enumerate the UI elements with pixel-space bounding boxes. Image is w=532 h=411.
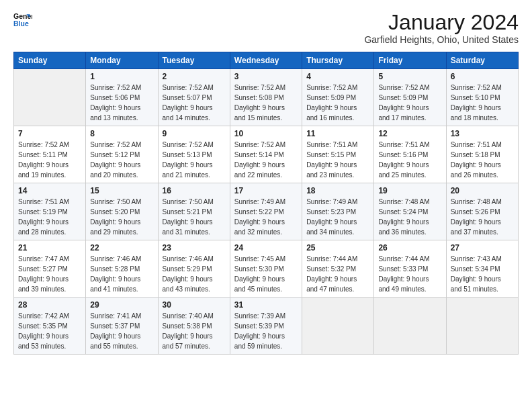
day-number: 25 bbox=[306, 243, 369, 253]
calendar-week-row: 21Sunrise: 7:47 AM Sunset: 5:27 PM Dayli… bbox=[14, 240, 519, 298]
day-info: Sunrise: 7:41 AM Sunset: 5:37 PM Dayligh… bbox=[90, 311, 153, 351]
day-number: 17 bbox=[234, 186, 298, 195]
header-friday: Friday bbox=[374, 52, 446, 69]
day-number: 20 bbox=[451, 186, 514, 195]
logo-icon: General Blue bbox=[13, 11, 32, 30]
table-row: 18Sunrise: 7:49 AM Sunset: 5:23 PM Dayli… bbox=[302, 183, 374, 240]
day-info: Sunrise: 7:46 AM Sunset: 5:28 PM Dayligh… bbox=[90, 254, 153, 294]
table-row bbox=[446, 298, 518, 355]
day-info: Sunrise: 7:52 AM Sunset: 5:08 PM Dayligh… bbox=[234, 83, 298, 123]
day-number: 1 bbox=[90, 72, 153, 81]
table-row: 7Sunrise: 7:52 AM Sunset: 5:11 PM Daylig… bbox=[14, 126, 86, 183]
day-info: Sunrise: 7:52 AM Sunset: 5:09 PM Dayligh… bbox=[378, 83, 441, 123]
day-info: Sunrise: 7:44 AM Sunset: 5:33 PM Dayligh… bbox=[378, 254, 441, 294]
table-row: 30Sunrise: 7:40 AM Sunset: 5:38 PM Dayli… bbox=[158, 298, 230, 355]
day-number: 2 bbox=[163, 72, 226, 81]
day-info: Sunrise: 7:52 AM Sunset: 5:07 PM Dayligh… bbox=[163, 83, 226, 123]
day-number: 22 bbox=[90, 243, 153, 253]
day-info: Sunrise: 7:43 AM Sunset: 5:34 PM Dayligh… bbox=[451, 254, 514, 294]
location-subtitle: Garfield Heights, Ohio, United States bbox=[364, 34, 519, 45]
table-row: 1Sunrise: 7:52 AM Sunset: 5:06 PM Daylig… bbox=[86, 69, 158, 126]
table-row: 5Sunrise: 7:52 AM Sunset: 5:09 PM Daylig… bbox=[374, 69, 446, 126]
header-thursday: Thursday bbox=[302, 52, 374, 69]
day-info: Sunrise: 7:50 AM Sunset: 5:21 PM Dayligh… bbox=[163, 197, 226, 237]
day-info: Sunrise: 7:42 AM Sunset: 5:35 PM Dayligh… bbox=[18, 311, 81, 351]
calendar-week-row: 7Sunrise: 7:52 AM Sunset: 5:11 PM Daylig… bbox=[14, 126, 519, 183]
header-monday: Monday bbox=[86, 52, 158, 69]
day-info: Sunrise: 7:48 AM Sunset: 5:26 PM Dayligh… bbox=[451, 197, 514, 237]
day-number: 8 bbox=[90, 129, 153, 138]
table-row: 11Sunrise: 7:51 AM Sunset: 5:15 PM Dayli… bbox=[302, 126, 374, 183]
table-row: 31Sunrise: 7:39 AM Sunset: 5:39 PM Dayli… bbox=[230, 298, 302, 355]
header-saturday: Saturday bbox=[446, 52, 518, 69]
header-wednesday: Wednesday bbox=[230, 52, 302, 69]
day-number: 10 bbox=[234, 129, 298, 138]
day-number: 4 bbox=[306, 72, 369, 81]
day-info: Sunrise: 7:39 AM Sunset: 5:39 PM Dayligh… bbox=[234, 311, 298, 351]
day-number: 24 bbox=[234, 243, 298, 253]
table-row bbox=[14, 69, 86, 126]
table-row: 21Sunrise: 7:47 AM Sunset: 5:27 PM Dayli… bbox=[14, 240, 86, 298]
day-number: 31 bbox=[234, 300, 298, 310]
day-info: Sunrise: 7:51 AM Sunset: 5:15 PM Dayligh… bbox=[306, 140, 369, 180]
calendar-table: Sunday Monday Tuesday Wednesday Thursday… bbox=[13, 52, 519, 355]
day-info: Sunrise: 7:51 AM Sunset: 5:19 PM Dayligh… bbox=[18, 197, 81, 237]
day-number: 5 bbox=[378, 72, 441, 81]
day-number: 13 bbox=[451, 129, 514, 138]
table-row: 13Sunrise: 7:51 AM Sunset: 5:18 PM Dayli… bbox=[446, 126, 518, 183]
table-row: 28Sunrise: 7:42 AM Sunset: 5:35 PM Dayli… bbox=[14, 298, 86, 355]
day-info: Sunrise: 7:51 AM Sunset: 5:16 PM Dayligh… bbox=[378, 140, 441, 180]
table-row: 27Sunrise: 7:43 AM Sunset: 5:34 PM Dayli… bbox=[446, 240, 518, 298]
table-row: 8Sunrise: 7:52 AM Sunset: 5:12 PM Daylig… bbox=[86, 126, 158, 183]
title-block: January 2024 Garfield Heights, Ohio, Uni… bbox=[364, 11, 519, 45]
table-row: 19Sunrise: 7:48 AM Sunset: 5:24 PM Dayli… bbox=[374, 183, 446, 240]
day-number: 9 bbox=[163, 129, 226, 138]
day-info: Sunrise: 7:46 AM Sunset: 5:29 PM Dayligh… bbox=[163, 254, 226, 294]
table-row: 29Sunrise: 7:41 AM Sunset: 5:37 PM Dayli… bbox=[86, 298, 158, 355]
day-number: 26 bbox=[378, 243, 441, 253]
table-row: 2Sunrise: 7:52 AM Sunset: 5:07 PM Daylig… bbox=[158, 69, 230, 126]
day-info: Sunrise: 7:52 AM Sunset: 5:06 PM Dayligh… bbox=[90, 83, 153, 123]
table-row: 24Sunrise: 7:45 AM Sunset: 5:30 PM Dayli… bbox=[230, 240, 302, 298]
day-number: 16 bbox=[163, 186, 226, 195]
svg-text:Blue: Blue bbox=[13, 19, 29, 28]
table-row: 16Sunrise: 7:50 AM Sunset: 5:21 PM Dayli… bbox=[158, 183, 230, 240]
day-info: Sunrise: 7:52 AM Sunset: 5:13 PM Dayligh… bbox=[163, 140, 226, 180]
table-row: 14Sunrise: 7:51 AM Sunset: 5:19 PM Dayli… bbox=[14, 183, 86, 240]
day-info: Sunrise: 7:50 AM Sunset: 5:20 PM Dayligh… bbox=[90, 197, 153, 237]
day-info: Sunrise: 7:52 AM Sunset: 5:09 PM Dayligh… bbox=[306, 83, 369, 123]
table-row: 10Sunrise: 7:52 AM Sunset: 5:14 PM Dayli… bbox=[230, 126, 302, 183]
day-number: 6 bbox=[451, 72, 514, 81]
table-row bbox=[374, 298, 446, 355]
table-row: 23Sunrise: 7:46 AM Sunset: 5:29 PM Dayli… bbox=[158, 240, 230, 298]
day-info: Sunrise: 7:40 AM Sunset: 5:38 PM Dayligh… bbox=[163, 311, 226, 351]
day-number: 28 bbox=[18, 300, 81, 310]
table-row: 20Sunrise: 7:48 AM Sunset: 5:26 PM Dayli… bbox=[446, 183, 518, 240]
day-number: 19 bbox=[378, 186, 441, 195]
table-row: 15Sunrise: 7:50 AM Sunset: 5:20 PM Dayli… bbox=[86, 183, 158, 240]
table-row: 3Sunrise: 7:52 AM Sunset: 5:08 PM Daylig… bbox=[230, 69, 302, 126]
day-info: Sunrise: 7:49 AM Sunset: 5:22 PM Dayligh… bbox=[234, 197, 298, 237]
day-number: 12 bbox=[378, 129, 441, 138]
table-row: 12Sunrise: 7:51 AM Sunset: 5:16 PM Dayli… bbox=[374, 126, 446, 183]
day-info: Sunrise: 7:51 AM Sunset: 5:18 PM Dayligh… bbox=[451, 140, 514, 180]
day-number: 18 bbox=[306, 186, 369, 195]
day-info: Sunrise: 7:52 AM Sunset: 5:14 PM Dayligh… bbox=[234, 140, 298, 180]
day-number: 7 bbox=[18, 129, 81, 138]
header-tuesday: Tuesday bbox=[158, 52, 230, 69]
table-row bbox=[302, 298, 374, 355]
day-info: Sunrise: 7:44 AM Sunset: 5:32 PM Dayligh… bbox=[306, 254, 369, 294]
day-info: Sunrise: 7:47 AM Sunset: 5:27 PM Dayligh… bbox=[18, 254, 81, 294]
day-number: 11 bbox=[306, 129, 369, 138]
logo: General Blue bbox=[13, 11, 32, 30]
day-number: 14 bbox=[18, 186, 81, 195]
table-row: 26Sunrise: 7:44 AM Sunset: 5:33 PM Dayli… bbox=[374, 240, 446, 298]
table-row: 17Sunrise: 7:49 AM Sunset: 5:22 PM Dayli… bbox=[230, 183, 302, 240]
calendar-week-row: 1Sunrise: 7:52 AM Sunset: 5:06 PM Daylig… bbox=[14, 69, 519, 126]
table-row: 25Sunrise: 7:44 AM Sunset: 5:32 PM Dayli… bbox=[302, 240, 374, 298]
table-row: 22Sunrise: 7:46 AM Sunset: 5:28 PM Dayli… bbox=[86, 240, 158, 298]
table-row: 6Sunrise: 7:52 AM Sunset: 5:10 PM Daylig… bbox=[446, 69, 518, 126]
day-info: Sunrise: 7:48 AM Sunset: 5:24 PM Dayligh… bbox=[378, 197, 441, 237]
day-number: 23 bbox=[163, 243, 226, 253]
month-title: January 2024 bbox=[364, 11, 519, 34]
